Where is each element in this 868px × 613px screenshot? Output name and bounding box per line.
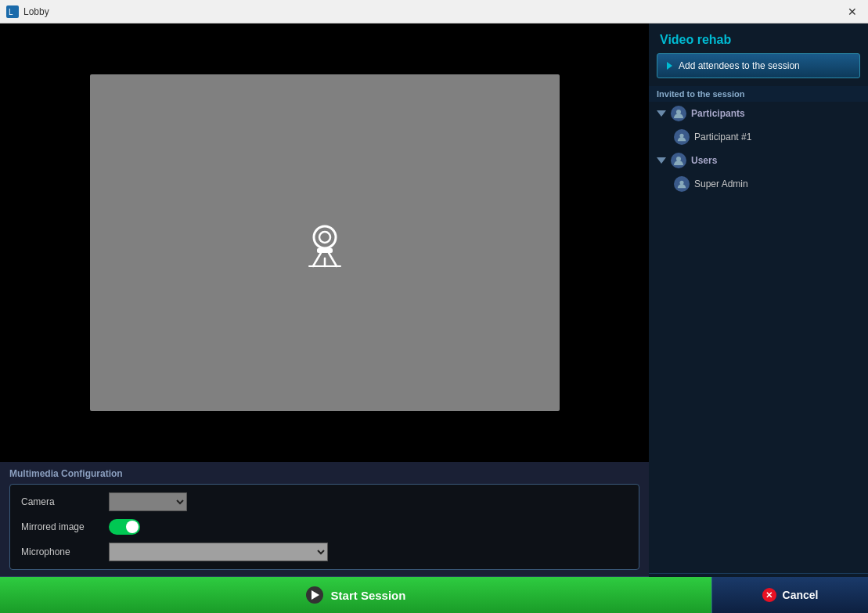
camera-label: Camera [21,496,99,507]
user-icon-admin [677,179,686,189]
users-label: Users [691,155,717,166]
title-bar-left: L Lobby [6,5,49,18]
left-panel: Multimedia Configuration Camera Mirrored… [0,23,649,613]
camera-icon [294,215,356,270]
super-admin-avatar [674,176,690,192]
svg-text:L: L [9,8,13,16]
super-admin-item[interactable]: Super Admin [649,172,868,196]
main-container: Multimedia Configuration Camera Mirrored… [0,23,868,613]
svg-point-2 [314,226,336,248]
participants-avatar [671,106,686,121]
arrow-icon [667,62,672,70]
camera-row: Camera [21,492,628,511]
microphone-label: Microphone [21,546,99,557]
right-panel: Video rehab Add attendees to the session… [649,23,868,613]
start-session-label: Start Session [331,589,406,602]
toggle-thumb [126,521,139,533]
users-group[interactable]: Users [649,149,868,172]
collapse-icon-users [657,157,666,164]
super-admin-label: Super Admin [694,178,748,189]
close-button[interactable]: ✕ [843,4,862,20]
cancel-button[interactable]: ✕ Cancel [711,577,868,613]
cancel-label: Cancel [783,589,819,601]
cancel-x-icon: ✕ [762,588,776,602]
session-list: Invited to the session Participants [649,86,868,573]
microphone-select[interactable] [109,543,328,561]
camera-select[interactable] [109,492,187,511]
config-box: Camera Mirrored image Microphone [9,484,639,570]
participants-group[interactable]: Participants [649,102,868,125]
video-area [0,23,649,462]
mirrored-toggle[interactable] [109,519,140,535]
invited-header: Invited to the session [649,86,868,102]
group-icon-users [673,155,684,166]
users-avatar [671,153,686,168]
right-panel-title: Video rehab [649,23,868,53]
participant1-avatar [674,129,690,145]
participant-1-item[interactable]: Participant #1 [649,125,868,149]
svg-point-3 [319,232,330,243]
title-bar: L Lobby ✕ [0,0,868,23]
mirrored-label: Mirrored image [21,521,99,532]
camera-placeholder [294,215,356,270]
config-title: Multimedia Configuration [9,468,639,479]
add-attendees-button[interactable]: Add attendees to the session [657,53,860,78]
video-feed [90,74,560,411]
play-triangle [312,590,319,600]
window-title: Lobby [23,6,49,17]
play-icon [306,586,323,604]
svg-rect-4 [317,248,333,253]
collapse-icon [657,110,666,117]
user-icon [677,132,686,142]
participants-label: Participants [691,108,745,119]
participant1-label: Participant #1 [694,132,751,142]
group-icon [673,108,684,119]
multimedia-config: Multimedia Configuration Camera Mirrored… [0,462,649,576]
svg-line-6 [329,253,337,266]
mirrored-row: Mirrored image [21,519,628,535]
start-session-button[interactable]: Start Session [0,577,711,613]
microphone-row: Microphone [21,543,628,561]
app-icon: L [6,5,19,18]
svg-line-5 [313,253,321,266]
bottom-bar: Start Session ✕ Cancel [0,577,868,613]
add-attendees-label: Add attendees to the session [679,60,800,71]
